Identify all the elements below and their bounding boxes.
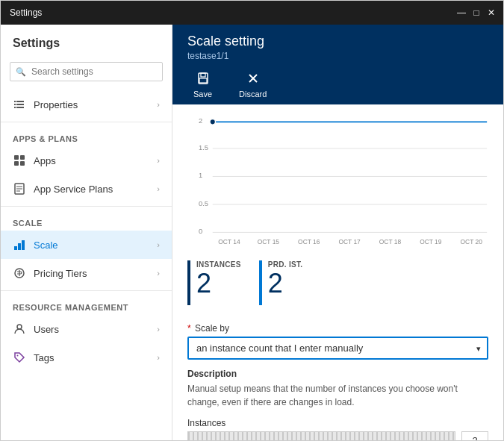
svg-text:OCT 15: OCT 15 xyxy=(258,238,280,245)
svg-text:1.5: 1.5 xyxy=(199,144,208,151)
search-box: 🔍 xyxy=(10,62,163,81)
apps-icon xyxy=(13,154,26,167)
svg-rect-6 xyxy=(14,155,19,160)
instances-slider[interactable] xyxy=(187,431,455,440)
right-panel: Scale setting testase1/1 Save xyxy=(172,25,503,440)
svg-text:0.5: 0.5 xyxy=(199,200,208,207)
section-label-apps: APPS & PLANS xyxy=(1,125,172,146)
sidebar-item-users[interactable]: Users › xyxy=(1,315,172,343)
divider-3 xyxy=(1,290,172,291)
discard-icon xyxy=(246,72,260,88)
panel-content: 2 1.5 1 0.5 0 xyxy=(172,104,503,440)
chevron-icon-tags: › xyxy=(157,353,160,362)
window: Settings — □ ✕ Settings 🔍 xyxy=(0,0,504,441)
svg-rect-4 xyxy=(14,107,16,108)
svg-text:OCT 14: OCT 14 xyxy=(218,238,240,245)
svg-rect-3 xyxy=(16,104,24,105)
sidebar-item-label-scale: Scale xyxy=(34,240,58,251)
svg-point-19 xyxy=(17,355,19,357)
svg-rect-14 xyxy=(14,246,17,250)
svg-rect-0 xyxy=(14,101,16,102)
panel-title: Scale setting xyxy=(187,34,488,49)
sidebar: Settings 🔍 xyxy=(1,25,172,440)
svg-text:OCT 20: OCT 20 xyxy=(461,238,483,245)
window-title-left: Settings xyxy=(7,7,42,18)
svg-rect-15 xyxy=(18,243,21,250)
svg-rect-5 xyxy=(16,107,24,108)
stat-value-prd-ist: 2 xyxy=(268,269,303,298)
title-bar: Settings — □ ✕ xyxy=(1,1,503,25)
svg-rect-16 xyxy=(22,240,25,250)
sidebar-item-tags[interactable]: Tags › xyxy=(1,343,172,372)
scale-by-select[interactable]: an instance count that I enter manually … xyxy=(187,337,488,360)
sidebar-item-label-tags: Tags xyxy=(34,352,54,363)
toolbar: Save Discard xyxy=(187,69,488,104)
minimize-button[interactable]: — xyxy=(455,7,467,19)
divider-2 xyxy=(1,206,172,207)
svg-point-36 xyxy=(210,119,215,125)
chevron-icon-app-service-plans: › xyxy=(157,184,160,193)
svg-text:1: 1 xyxy=(199,172,202,179)
scale-icon xyxy=(13,238,26,251)
panel-subtitle: testase1/1 xyxy=(187,51,488,61)
properties-icon xyxy=(13,98,26,111)
chevron-icon-users: › xyxy=(157,325,160,334)
chevron-icon-properties: › xyxy=(157,100,160,109)
instances-label: Instances xyxy=(187,418,488,428)
sidebar-item-label-pricing-tiers: Pricing Tiers xyxy=(34,268,87,279)
scale-by-label: * Scale by xyxy=(187,323,488,334)
scale-by-dropdown-wrapper: an instance count that I enter manually … xyxy=(187,337,488,360)
discard-button[interactable]: Discard xyxy=(233,69,273,104)
stat-instances: INSTANCES 2 xyxy=(187,260,259,305)
users-icon xyxy=(13,322,26,336)
svg-text:0: 0 xyxy=(199,228,202,235)
save-icon xyxy=(196,72,210,88)
search-icon: 🔍 xyxy=(16,67,26,77)
svg-text:2: 2 xyxy=(199,117,202,125)
description-text: Manual setup means that the number of in… xyxy=(187,382,488,409)
discard-label: Discard xyxy=(239,90,267,98)
description-label: Description xyxy=(187,369,488,379)
svg-point-18 xyxy=(17,325,22,329)
main-container: Settings 🔍 xyxy=(1,25,503,440)
svg-rect-2 xyxy=(14,104,16,105)
svg-rect-22 xyxy=(199,78,207,83)
chart-area: 2 1.5 1 0.5 0 xyxy=(172,104,503,254)
divider-1 xyxy=(1,122,172,122)
stat-bar-prd-ist xyxy=(259,260,262,305)
chevron-icon-pricing-tiers: › xyxy=(157,269,160,278)
sidebar-item-label-apps: Apps xyxy=(34,155,56,166)
sidebar-item-properties[interactable]: Properties › xyxy=(1,90,172,119)
sidebar-item-apps[interactable]: Apps › xyxy=(1,146,172,175)
section-label-scale: SCALE xyxy=(1,210,172,231)
sidebar-item-label-users: Users xyxy=(34,324,59,335)
svg-text:OCT 19: OCT 19 xyxy=(420,238,442,245)
svg-rect-9 xyxy=(20,161,25,166)
chart-svg: 2 1.5 1 0.5 0 xyxy=(187,110,488,252)
save-label: Save xyxy=(193,90,212,98)
svg-rect-8 xyxy=(14,161,19,166)
save-button[interactable]: Save xyxy=(187,69,218,104)
sidebar-item-pricing-tiers[interactable]: Pricing Tiers › xyxy=(1,259,172,287)
sidebar-title: Settings xyxy=(1,25,172,56)
stat-bar-instances xyxy=(187,260,190,305)
stat-prd-ist: PRD. IST. 2 xyxy=(259,260,321,305)
svg-text:OCT 17: OCT 17 xyxy=(338,238,361,245)
instances-value-box: 2 xyxy=(461,431,488,440)
svg-text:OCT 16: OCT 16 xyxy=(298,238,320,245)
scale-stats: INSTANCES 2 PRD. IST. 2 xyxy=(172,254,503,314)
app-service-plans-icon xyxy=(13,182,26,196)
maximize-button[interactable]: □ xyxy=(470,7,482,19)
chevron-icon-apps: › xyxy=(157,156,160,165)
section-label-resource: RESOURCE MANAGEMENT xyxy=(1,294,172,315)
pricing-tiers-icon xyxy=(13,266,26,280)
stat-value-instances: 2 xyxy=(196,269,241,298)
sidebar-item-scale[interactable]: Scale › xyxy=(1,231,172,259)
svg-rect-7 xyxy=(20,155,25,160)
sidebar-item-app-service-plans[interactable]: App Service Plans › xyxy=(1,175,172,203)
search-input[interactable] xyxy=(10,62,163,81)
required-star: * xyxy=(187,323,191,334)
sidebar-item-label-app-service-plans: App Service Plans xyxy=(34,184,113,195)
close-button[interactable]: ✕ xyxy=(485,7,497,19)
sidebar-item-label-properties: Properties xyxy=(34,99,78,110)
